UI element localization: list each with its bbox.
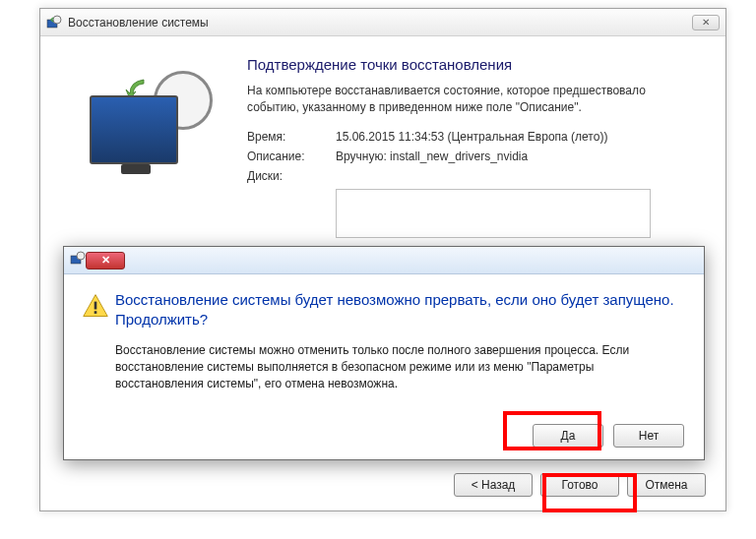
window-title: Восстановление системы: [68, 16, 209, 30]
time-label: Время:: [247, 130, 336, 144]
description-value: Вручную: install_new_drivers_nvidia: [336, 150, 528, 163]
dialog-body: Восстановление системы будет невозможно …: [64, 274, 704, 405]
details-panel: Подтверждение точки восстановления На ко…: [247, 56, 706, 238]
disks-listbox[interactable]: [336, 189, 651, 238]
dialog-message: Восстановление системы можно отменить то…: [115, 342, 684, 393]
content-area: Подтверждение точки восстановления На ко…: [40, 36, 725, 248]
page-heading: Подтверждение точки восстановления: [247, 56, 706, 73]
warning-icon: [82, 290, 115, 393]
svg-rect-4: [94, 302, 97, 310]
confirm-dialog: ✕ Восстановление системы будет невозможн…: [63, 246, 705, 460]
svg-rect-5: [94, 311, 97, 314]
disks-label: Диски:: [247, 169, 336, 183]
dialog-buttons: Да Нет: [533, 424, 684, 448]
restore-icon: [70, 251, 86, 270]
page-description: На компьютере восстанавливается состояни…: [247, 83, 706, 116]
description-label: Описание:: [247, 150, 336, 163]
dialog-close-button[interactable]: ✕: [86, 252, 125, 270]
disks-row: Диски:: [247, 169, 706, 183]
svg-point-3: [77, 252, 85, 260]
no-button[interactable]: Нет: [613, 424, 684, 448]
cancel-button[interactable]: Отмена: [627, 473, 706, 497]
titlebar: Восстановление системы ✕: [40, 9, 725, 36]
finish-button[interactable]: Готово: [540, 473, 619, 497]
wizard-buttons: < Назад Готово Отмена: [454, 473, 706, 497]
time-value: 15.06.2015 11:34:53 (Центральная Европа …: [336, 130, 607, 144]
dialog-heading: Восстановление системы будет невозможно …: [115, 290, 684, 330]
description-row: Описание: Вручную: install_new_drivers_n…: [247, 150, 706, 163]
dialog-text: Восстановление системы будет невозможно …: [115, 290, 684, 393]
dialog-titlebar: ✕: [64, 247, 704, 274]
yes-button[interactable]: Да: [533, 424, 603, 448]
back-button[interactable]: < Назад: [454, 473, 533, 497]
time-row: Время: 15.06.2015 11:34:53 (Центральная …: [247, 130, 706, 144]
illustration-panel: [50, 56, 247, 238]
restore-icon: [46, 15, 62, 30]
svg-point-1: [53, 16, 61, 24]
restore-illustration: [80, 66, 218, 184]
close-button[interactable]: ✕: [692, 15, 720, 30]
